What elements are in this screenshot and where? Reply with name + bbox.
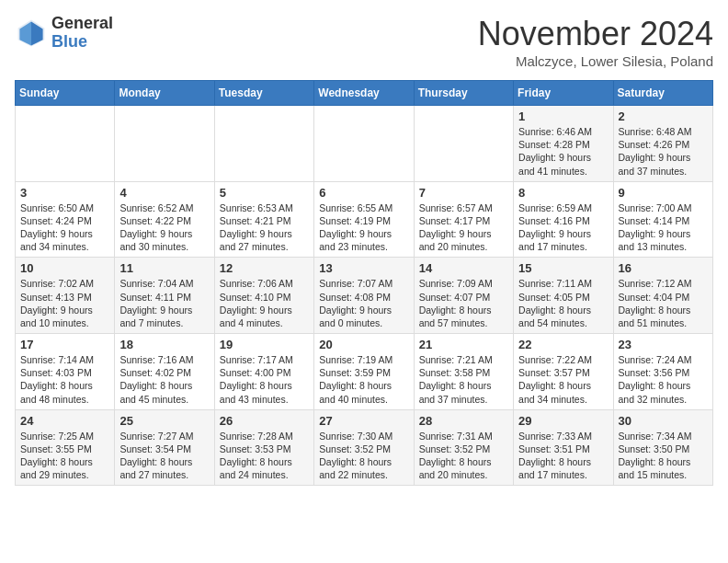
day-number: 23 [619, 338, 708, 351]
day-number: 9 [619, 186, 708, 200]
logo-general-text: General [51, 15, 113, 33]
day-number: 25 [119, 414, 209, 428]
weekday-header-monday: Monday [115, 81, 214, 106]
day-info: Sunrise: 7:24 AM Sunset: 3:56 PM Dayligh… [619, 353, 708, 406]
day-number: 27 [319, 414, 408, 428]
logo-icon [15, 17, 48, 50]
day-info: Sunrise: 7:16 AM Sunset: 4:02 PM Dayligh… [119, 353, 209, 406]
calendar-table: SundayMondayTuesdayWednesdayThursdayFrid… [15, 80, 713, 486]
weekday-header-row: SundayMondayTuesdayWednesdayThursdayFrid… [16, 81, 713, 106]
calendar-cell: 13Sunrise: 7:07 AM Sunset: 4:08 PM Dayli… [314, 258, 414, 334]
calendar-cell: 6Sunrise: 6:55 AM Sunset: 4:19 PM Daylig… [314, 181, 414, 258]
day-number: 28 [419, 414, 508, 428]
day-number: 14 [419, 261, 508, 275]
day-number: 26 [220, 414, 309, 428]
weekday-header-saturday: Saturday [613, 81, 712, 106]
title-block: November 2024 Malczyce, Lower Silesia, P… [478, 15, 713, 69]
weekday-header-sunday: Sunday [16, 81, 115, 106]
calendar-cell: 29Sunrise: 7:33 AM Sunset: 3:51 PM Dayli… [514, 409, 613, 486]
calendar-cell: 22Sunrise: 7:22 AM Sunset: 3:57 PM Dayli… [514, 334, 613, 410]
day-info: Sunrise: 6:59 AM Sunset: 4:16 PM Dayligh… [518, 201, 608, 254]
calendar-cell: 11Sunrise: 7:04 AM Sunset: 4:11 PM Dayli… [115, 258, 214, 334]
day-info: Sunrise: 7:31 AM Sunset: 3:52 PM Dayligh… [419, 430, 508, 482]
day-number: 6 [319, 186, 408, 200]
weekday-header-thursday: Thursday [414, 81, 513, 106]
day-info: Sunrise: 7:02 AM Sunset: 4:13 PM Dayligh… [20, 277, 109, 329]
day-info: Sunrise: 7:14 AM Sunset: 4:03 PM Dayligh… [20, 353, 109, 406]
calendar-cell [214, 106, 313, 182]
calendar-cell: 12Sunrise: 7:06 AM Sunset: 4:10 PM Dayli… [214, 258, 313, 334]
day-info: Sunrise: 7:21 AM Sunset: 3:58 PM Dayligh… [419, 353, 508, 406]
calendar-cell: 20Sunrise: 7:19 AM Sunset: 3:59 PM Dayli… [314, 334, 414, 410]
day-info: Sunrise: 7:00 AM Sunset: 4:14 PM Dayligh… [619, 201, 708, 254]
calendar-cell: 9Sunrise: 7:00 AM Sunset: 4:14 PM Daylig… [613, 181, 712, 258]
day-number: 7 [419, 186, 508, 200]
logo: General Blue [15, 15, 113, 52]
calendar-cell: 18Sunrise: 7:16 AM Sunset: 4:02 PM Dayli… [115, 334, 214, 410]
day-number: 17 [20, 338, 109, 351]
calendar-cell: 1Sunrise: 6:46 AM Sunset: 4:28 PM Daylig… [514, 106, 613, 182]
day-info: Sunrise: 7:34 AM Sunset: 3:50 PM Dayligh… [619, 430, 708, 482]
weekday-header-tuesday: Tuesday [214, 81, 313, 106]
calendar-cell: 7Sunrise: 6:57 AM Sunset: 4:17 PM Daylig… [414, 181, 513, 258]
calendar-cell: 3Sunrise: 6:50 AM Sunset: 4:24 PM Daylig… [16, 181, 115, 258]
calendar-cell: 30Sunrise: 7:34 AM Sunset: 3:50 PM Dayli… [613, 409, 712, 486]
day-number: 24 [20, 414, 109, 428]
calendar-cell [314, 106, 414, 182]
day-info: Sunrise: 7:04 AM Sunset: 4:11 PM Dayligh… [119, 277, 209, 329]
day-number: 10 [20, 261, 109, 275]
day-info: Sunrise: 7:33 AM Sunset: 3:51 PM Dayligh… [518, 430, 608, 482]
day-info: Sunrise: 7:17 AM Sunset: 4:00 PM Dayligh… [220, 353, 309, 406]
day-info: Sunrise: 6:48 AM Sunset: 4:26 PM Dayligh… [619, 125, 708, 178]
calendar-cell: 17Sunrise: 7:14 AM Sunset: 4:03 PM Dayli… [16, 334, 115, 410]
day-info: Sunrise: 7:25 AM Sunset: 3:55 PM Dayligh… [20, 430, 109, 482]
day-info: Sunrise: 7:30 AM Sunset: 3:52 PM Dayligh… [319, 430, 408, 482]
day-info: Sunrise: 7:28 AM Sunset: 3:53 PM Dayligh… [220, 430, 309, 482]
location-subtitle: Malczyce, Lower Silesia, Poland [478, 53, 713, 69]
day-number: 20 [319, 338, 408, 351]
day-number: 1 [518, 109, 608, 123]
day-info: Sunrise: 7:12 AM Sunset: 4:04 PM Dayligh… [619, 277, 708, 329]
day-info: Sunrise: 7:19 AM Sunset: 3:59 PM Dayligh… [319, 353, 408, 406]
calendar-cell [115, 106, 214, 182]
day-number: 16 [619, 261, 708, 275]
day-info: Sunrise: 6:57 AM Sunset: 4:17 PM Dayligh… [419, 201, 508, 254]
day-info: Sunrise: 7:22 AM Sunset: 3:57 PM Dayligh… [518, 353, 608, 406]
day-number: 2 [619, 109, 708, 123]
calendar-week-row: 24Sunrise: 7:25 AM Sunset: 3:55 PM Dayli… [16, 409, 713, 486]
day-number: 3 [20, 186, 109, 200]
page-header: General Blue November 2024 Malczyce, Low… [15, 15, 713, 69]
day-number: 5 [220, 186, 309, 200]
calendar-cell [414, 106, 513, 182]
day-info: Sunrise: 7:27 AM Sunset: 3:54 PM Dayligh… [119, 430, 209, 482]
calendar-cell: 26Sunrise: 7:28 AM Sunset: 3:53 PM Dayli… [214, 409, 313, 486]
day-info: Sunrise: 7:11 AM Sunset: 4:05 PM Dayligh… [518, 277, 608, 329]
day-info: Sunrise: 7:06 AM Sunset: 4:10 PM Dayligh… [220, 277, 309, 329]
calendar-week-row: 17Sunrise: 7:14 AM Sunset: 4:03 PM Dayli… [16, 334, 713, 410]
day-number: 18 [119, 338, 209, 351]
day-number: 13 [319, 261, 408, 275]
calendar-cell: 8Sunrise: 6:59 AM Sunset: 4:16 PM Daylig… [514, 181, 613, 258]
logo-text: General Blue [51, 15, 113, 52]
calendar-cell: 21Sunrise: 7:21 AM Sunset: 3:58 PM Dayli… [414, 334, 513, 410]
calendar-week-row: 1Sunrise: 6:46 AM Sunset: 4:28 PM Daylig… [16, 106, 713, 182]
calendar-cell: 28Sunrise: 7:31 AM Sunset: 3:52 PM Dayli… [414, 409, 513, 486]
calendar-cell: 24Sunrise: 7:25 AM Sunset: 3:55 PM Dayli… [16, 409, 115, 486]
weekday-header-friday: Friday [514, 81, 613, 106]
day-info: Sunrise: 6:50 AM Sunset: 4:24 PM Dayligh… [20, 201, 109, 254]
day-info: Sunrise: 6:55 AM Sunset: 4:19 PM Dayligh… [319, 201, 408, 254]
day-number: 11 [119, 261, 209, 275]
day-number: 22 [518, 338, 608, 351]
day-number: 12 [220, 261, 309, 275]
day-info: Sunrise: 6:46 AM Sunset: 4:28 PM Dayligh… [518, 125, 608, 178]
calendar-cell: 27Sunrise: 7:30 AM Sunset: 3:52 PM Dayli… [314, 409, 414, 486]
calendar-cell: 2Sunrise: 6:48 AM Sunset: 4:26 PM Daylig… [613, 106, 712, 182]
day-number: 4 [119, 186, 209, 200]
calendar-cell: 23Sunrise: 7:24 AM Sunset: 3:56 PM Dayli… [613, 334, 712, 410]
day-number: 15 [518, 261, 608, 275]
logo-blue-text: Blue [51, 33, 113, 52]
calendar-cell: 25Sunrise: 7:27 AM Sunset: 3:54 PM Dayli… [115, 409, 214, 486]
day-info: Sunrise: 7:09 AM Sunset: 4:07 PM Dayligh… [419, 277, 508, 329]
calendar-week-row: 10Sunrise: 7:02 AM Sunset: 4:13 PM Dayli… [16, 258, 713, 334]
calendar-cell: 15Sunrise: 7:11 AM Sunset: 4:05 PM Dayli… [514, 258, 613, 334]
